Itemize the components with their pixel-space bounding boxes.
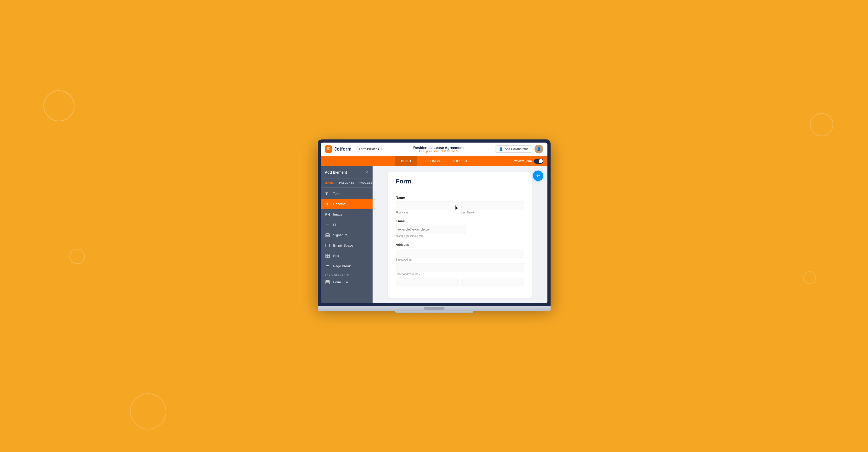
svg-rect-8 [328, 254, 329, 255]
text-icon: T [325, 191, 330, 197]
box-label: Box [333, 254, 339, 258]
laptop-base [318, 306, 551, 311]
street-address-hint: Street Address [396, 258, 524, 261]
svg-rect-7 [326, 254, 327, 255]
add-collaborator-button[interactable]: 👤 Add Collaborator [495, 145, 532, 153]
form-builder-button[interactable]: Form Builder ▾ [357, 146, 382, 152]
form-canvas: Form Name First Name [373, 167, 548, 303]
sidebar-item-heading[interactable]: H Heading [321, 199, 373, 209]
last-name-hint: Last Name [462, 211, 524, 214]
svg-text:H: H [326, 202, 328, 206]
state-input[interactable] [462, 278, 524, 287]
sidebar-item-page-break[interactable]: Page Break [321, 261, 373, 271]
page-break-label: Page Break [333, 264, 351, 268]
city-input[interactable] [396, 278, 459, 287]
form-title-label: Form Title [333, 280, 348, 284]
form-card: Form Name First Name [388, 172, 532, 298]
sidebar-title: Add Element [325, 170, 347, 174]
sidebar-items: T Text H Heading [321, 188, 373, 289]
text-label: Text [333, 192, 339, 195]
element-sidebar: Add Element ✕ BASIC PAYMENTS WIDGETS T [321, 167, 373, 303]
image-label: Image [333, 212, 343, 216]
signature-icon [325, 233, 330, 238]
svg-rect-6 [326, 244, 329, 247]
form-builder-label: Form Builder [359, 147, 377, 151]
signature-label: Signature [333, 233, 348, 237]
svg-rect-5 [326, 234, 329, 237]
user-plus-icon: 👤 [499, 147, 503, 151]
svg-text:T: T [326, 192, 328, 196]
preview-form-label: Preview Form [513, 159, 532, 163]
street-address-line2-hint: Street Address Line 2 [396, 273, 524, 275]
sidebar-item-text[interactable]: T Text [321, 189, 373, 199]
sidebar-tabs: BASIC PAYMENTS WIDGETS [321, 179, 373, 188]
state-field [462, 278, 524, 287]
street-address-line2-field: Street Address Line 2 [396, 263, 524, 275]
name-row: First Name Last Name [396, 202, 524, 214]
jotform-logo-icon [325, 145, 332, 153]
navbar-center: Residential Lease Agreement Last update … [382, 146, 495, 153]
preview-toggle[interactable] [534, 159, 543, 164]
form-title-nav: Residential Lease Agreement [382, 146, 495, 150]
sidebar-header: Add Element ✕ [321, 167, 373, 179]
section-label-basic: BASIC ELEMENTS [321, 271, 373, 277]
logo-text: Jotform [334, 146, 351, 152]
address-label: Address [396, 243, 524, 247]
sidebar-item-signature[interactable]: Signature [321, 230, 373, 240]
laptop-stand [395, 311, 473, 313]
name-field-group: Name First Name Last Name [396, 195, 524, 214]
sidebar-tab-basic[interactable]: BASIC [324, 181, 336, 185]
sidebar-item-box[interactable]: Box [321, 251, 373, 261]
image-icon [325, 212, 330, 217]
street-address-line2-input[interactable] [396, 263, 524, 272]
sidebar-item-empty-space[interactable]: Empty Space [321, 240, 373, 251]
avatar[interactable]: 👤 [534, 145, 543, 153]
empty-space-label: Empty Space [333, 243, 353, 247]
form-card-title: Form [396, 178, 524, 189]
street-address-input[interactable] [396, 249, 524, 258]
svg-rect-9 [326, 256, 327, 258]
last-update-text: Last update made at 16:32 PM ↻ [382, 150, 495, 153]
line-icon [325, 222, 330, 228]
first-name-hint: First Name [396, 211, 459, 214]
close-icon[interactable]: ✕ [365, 170, 368, 175]
back-button[interactable] [533, 171, 543, 181]
refresh-icon: ↻ [456, 150, 458, 153]
last-name-input[interactable] [462, 202, 524, 210]
tab-publish[interactable]: PUBLISH [446, 156, 473, 167]
first-name-input[interactable] [396, 202, 459, 210]
navbar: Jotform Form Builder ▾ Residential Lease… [321, 143, 548, 156]
navbar-right: 👤 Add Collaborator 👤 [495, 145, 543, 153]
heading-icon: H [325, 202, 330, 207]
street-address-field: Street Address [396, 249, 524, 261]
sidebar-item-line[interactable]: Line [321, 220, 373, 230]
sidebar-tab-widgets[interactable]: WIDGETS [358, 181, 374, 185]
page-break-icon [325, 264, 330, 269]
city-field [396, 278, 459, 287]
email-input[interactable] [396, 225, 466, 234]
first-name-field: First Name [396, 202, 459, 214]
preview-form-area: Preview Form [513, 159, 543, 164]
line-label: Line [333, 223, 340, 227]
email-field-group: Email example@example.com [396, 219, 524, 238]
address-field-group: Address Street Address Street Address Li… [396, 243, 524, 287]
email-hint: example@example.com [396, 235, 524, 238]
svg-rect-10 [328, 256, 329, 258]
empty-space-icon [325, 243, 330, 248]
sidebar-item-form-title[interactable]: Form Title [321, 277, 373, 288]
sidebar-tab-payments[interactable]: PAYMENTS [338, 181, 356, 185]
laptop-notch [424, 307, 444, 310]
tab-bar: BUILD SETTINGS PUBLISH Preview Form [321, 156, 548, 167]
name-label: Name [396, 195, 524, 200]
last-name-field: Last Name [462, 202, 524, 214]
form-title-icon [325, 280, 330, 285]
tab-settings[interactable]: SETTINGS [417, 156, 446, 167]
email-label: Email [396, 219, 524, 223]
city-state-row [396, 278, 524, 287]
logo-area: Jotform Form Builder ▾ [325, 145, 382, 153]
main-content: Add Element ✕ BASIC PAYMENTS WIDGETS T [321, 167, 548, 303]
chevron-down-icon: ▾ [378, 147, 379, 151]
tab-build[interactable]: BUILD [395, 156, 417, 167]
sidebar-item-image[interactable]: Image [321, 209, 373, 220]
heading-label: Heading [333, 202, 346, 206]
